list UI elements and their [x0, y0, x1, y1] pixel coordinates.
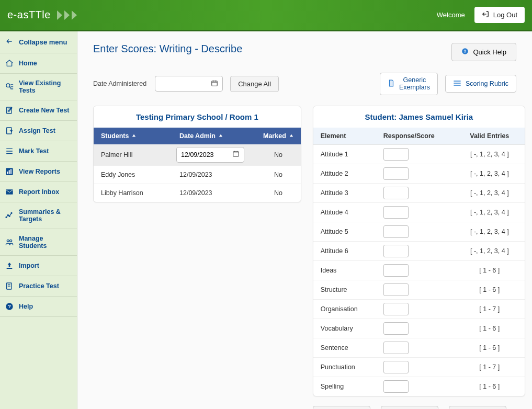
finish-button[interactable]: Finish: [449, 406, 506, 409]
calendar-icon[interactable]: [232, 150, 240, 159]
help-icon: ?: [5, 302, 14, 311]
score-input[interactable]: [383, 148, 409, 161]
score-input[interactable]: [383, 225, 409, 238]
sidebar-item-report-inbox[interactable]: Report Inbox: [0, 182, 77, 202]
col-students[interactable]: Students: [94, 128, 172, 144]
score-element: Attitude 3: [313, 186, 376, 200]
sidebar-item-view-existing-tests[interactable]: View Existing Tests: [0, 74, 77, 100]
svg-point-9: [7, 214, 8, 215]
score-input[interactable]: [383, 264, 409, 277]
student-score-panel: Student: James Samuel Kiria Element Resp…: [313, 106, 525, 396]
sidebar-item-view-reports[interactable]: View Reports: [0, 162, 77, 182]
page-title: Enter Scores: Writing - Describe: [93, 43, 242, 55]
sidebar-item-manage-students[interactable]: Manage Students: [0, 229, 77, 256]
collapse-menu-button[interactable]: Collapse menu: [0, 31, 77, 53]
sidebar-item-label: Mark Test: [19, 147, 49, 155]
score-element: Attitude 2: [313, 167, 376, 180]
student-row[interactable]: Palmer HillNo: [94, 144, 301, 166]
row-date-input[interactable]: [181, 151, 228, 158]
calendar-icon[interactable]: [211, 79, 218, 88]
score-input[interactable]: [383, 303, 409, 315]
score-input[interactable]: [383, 361, 409, 373]
next-student-button[interactable]: Next Student: [313, 406, 370, 409]
sidebar-item-help[interactable]: ?Help: [0, 297, 77, 317]
student-row[interactable]: Libby Harrison12/09/2023No: [94, 184, 301, 202]
sidebar-item-summaries-targets[interactable]: Summaries & Targets: [0, 202, 77, 229]
score-valid: [ 1 - 7 ]: [455, 360, 525, 374]
students-panel-title: Testing Primary School / Room 1: [94, 106, 301, 128]
row-marked: No: [256, 184, 301, 202]
sidebar-item-practice-test[interactable]: Practice Test: [0, 276, 77, 297]
sidebar-item-mark-test[interactable]: Mark Test: [0, 141, 77, 162]
scoring-rubric-button[interactable]: Scoring Rubric: [445, 75, 516, 93]
collapse-label: Collapse menu: [19, 38, 67, 46]
date-administered-input[interactable]: [160, 80, 207, 87]
sidebar-item-home[interactable]: Home: [0, 53, 77, 74]
sort-asc-icon: [289, 132, 293, 140]
row-date: 12/09/2023: [172, 166, 256, 184]
sidebar-item-create-new-test[interactable]: Create New Test: [0, 100, 77, 121]
score-element: Punctuation: [313, 360, 376, 374]
sort-asc-icon: [219, 132, 223, 140]
sidebar-item-label: View Reports: [19, 168, 60, 175]
score-row: Sentence[ 1 - 6 ]: [313, 338, 525, 358]
score-element: Attitude 4: [313, 206, 376, 219]
sidebar-item-label: Summaries & Targets: [19, 208, 72, 223]
score-row: Attitude 4[ -, 1, 2, 3, 4 ]: [313, 203, 525, 222]
list-icon: [5, 147, 14, 155]
sidebar-item-label: Report Inbox: [19, 188, 59, 196]
change-all-button[interactable]: Change All: [230, 76, 279, 92]
student-row[interactable]: Eddy Jones12/09/2023No: [94, 166, 301, 184]
home-icon: [5, 59, 14, 67]
students-panel: Testing Primary School / Room 1 Students…: [93, 106, 301, 202]
sidebar-item-assign-test[interactable]: Assign Test: [0, 121, 77, 141]
score-table-header: Element Response/Score Valid Entries: [313, 128, 525, 145]
sidebar-item-label: Assign Test: [19, 127, 55, 134]
score-valid: [ 1 - 6 ]: [455, 380, 525, 393]
col-marked[interactable]: Marked: [256, 128, 301, 144]
score-input[interactable]: [383, 342, 409, 354]
score-input[interactable]: [383, 206, 409, 219]
students-table-header: Students Date Admin Marked: [94, 128, 301, 144]
score-element: Vocabulary: [313, 322, 376, 335]
score-input[interactable]: [383, 380, 409, 393]
row-student-name: Palmer Hill: [94, 146, 172, 164]
row-student-name: Eddy Jones: [94, 166, 172, 184]
logout-label: Log Out: [493, 11, 517, 19]
score-element: Attitude 5: [313, 225, 376, 238]
assign-icon: [5, 127, 14, 135]
quick-help-button[interactable]: ? Quick Help: [451, 43, 516, 61]
score-valid: [ -, 1, 2, 3, 4 ]: [455, 186, 525, 200]
col-date-admin[interactable]: Date Admin: [172, 128, 256, 144]
logout-button[interactable]: Log Out: [474, 7, 525, 23]
score-valid: [ 1 - 6 ]: [455, 341, 525, 355]
score-row: Ideas[ 1 - 6 ]: [313, 261, 525, 280]
search-list-icon: [5, 83, 14, 91]
svg-rect-7: [6, 189, 13, 194]
row-date-field[interactable]: [176, 147, 244, 163]
svg-text:?: ?: [464, 49, 467, 54]
sort-asc-icon: [132, 132, 136, 140]
sidebar-item-import[interactable]: Import: [0, 256, 77, 276]
score-input[interactable]: [383, 187, 409, 199]
score-input[interactable]: [383, 283, 409, 296]
col-valid: Valid Entries: [455, 128, 525, 144]
score-input[interactable]: [383, 245, 409, 257]
date-administered-field[interactable]: [155, 76, 223, 92]
score-row: Vocabulary[ 1 - 6 ]: [313, 319, 525, 338]
score-row: Attitude 5[ -, 1, 2, 3, 4 ]: [313, 222, 525, 242]
generic-exemplars-button[interactable]: Generic Exemplars: [380, 73, 438, 95]
score-valid: [ 1 - 6 ]: [455, 283, 525, 297]
score-input[interactable]: [383, 167, 409, 180]
generic-exemplars-label: Generic Exemplars: [399, 76, 430, 92]
col-marked-label: Marked: [263, 132, 286, 140]
save-button[interactable]: Save: [381, 406, 438, 409]
sidebar: Collapse menu HomeView Existing TestsCre…: [0, 31, 77, 409]
score-row: Spelling[ 1 - 6 ]: [313, 377, 525, 396]
score-element: Spelling: [313, 380, 376, 393]
svg-rect-5: [9, 170, 10, 174]
score-input[interactable]: [383, 322, 409, 335]
trend-icon: [5, 211, 14, 220]
sidebar-item-label: Help: [19, 303, 33, 310]
logout-icon: [482, 10, 489, 19]
